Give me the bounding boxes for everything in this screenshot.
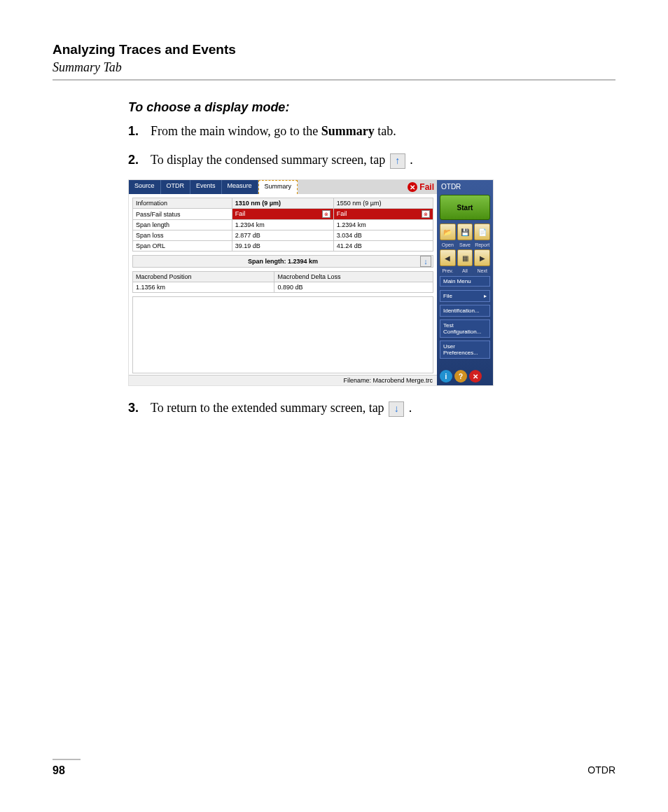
col-macro-pos: Macrobend Position xyxy=(133,272,274,282)
step-text: From the main window, go to the Summary … xyxy=(151,122,615,141)
prev-button[interactable]: ◀ xyxy=(440,249,456,266)
page-footer: 98 OTDR xyxy=(53,759,615,777)
step-3: 3. To return to the extended summary scr… xyxy=(128,399,615,418)
fail-x-icon: ✕ xyxy=(408,182,417,192)
col-macro-loss: Macrobend Delta Loss xyxy=(274,272,433,282)
prev-icon: ◀ xyxy=(445,254,450,262)
menu-identification[interactable]: Identification... xyxy=(440,305,490,317)
empty-area xyxy=(132,296,433,373)
all-button[interactable]: ▦ xyxy=(457,249,473,266)
page-number: 98 xyxy=(53,764,65,777)
tab-events[interactable]: Events xyxy=(190,180,222,194)
tab-summary[interactable]: Summary xyxy=(258,180,298,194)
open-button[interactable]: 📂 xyxy=(440,223,456,240)
instruction-heading: To choose a display mode: xyxy=(128,100,615,115)
prev-label: Prev. xyxy=(440,268,456,273)
col-1310: 1310 nm (9 µm) xyxy=(232,198,333,209)
report-icon: 📄 xyxy=(478,228,487,236)
col-1550: 1550 nm (9 µm) xyxy=(333,198,433,209)
all-icon: ▦ xyxy=(462,254,468,262)
report-button[interactable]: 📄 xyxy=(474,223,490,240)
next-button[interactable]: ▶ xyxy=(474,249,490,266)
help-button[interactable]: ? xyxy=(454,370,467,383)
menu-file[interactable]: File▸ xyxy=(440,290,490,302)
tab-bar: Source OTDR Events Measure Summary ✕ Fai… xyxy=(129,180,437,194)
filename-label: Filename: Macrobend Merge.trc xyxy=(129,375,437,385)
step-number: 3. xyxy=(128,399,151,418)
tab-source[interactable]: Source xyxy=(129,180,161,194)
save-label: Save xyxy=(457,242,473,247)
side-title: OTDR xyxy=(438,181,492,192)
disk-icon: 💾 xyxy=(461,228,469,236)
fail-badge: ✕ Fail xyxy=(408,182,434,192)
status-icon: ⊗ xyxy=(422,210,430,218)
next-icon: ▶ xyxy=(480,254,485,262)
next-label: Next xyxy=(474,268,490,273)
table-row: 1.1356 km 0.890 dB xyxy=(133,282,433,293)
start-button[interactable]: Start xyxy=(440,195,490,220)
expand-down-icon[interactable]: ↓ xyxy=(420,256,431,267)
footer-rule xyxy=(53,759,81,760)
close-button[interactable]: ✕ xyxy=(469,370,482,383)
app-screenshot: Source OTDR Events Measure Summary ✕ Fai… xyxy=(128,179,494,386)
chevron-right-icon: ▸ xyxy=(484,293,487,299)
header-rule xyxy=(53,79,615,81)
step-text: To return to the extended summary screen… xyxy=(151,399,615,418)
info-button[interactable]: i xyxy=(440,370,452,383)
side-panel: OTDR Start 📂 💾 📄 Open Save Report ◀ xyxy=(437,180,493,385)
expand-down-icon[interactable]: ↓ xyxy=(389,401,404,417)
table-row: Span ORL 39.19 dB 41.24 dB xyxy=(133,241,433,252)
folder-icon: 📂 xyxy=(443,228,452,236)
menu-user-prefs[interactable]: User Preferences... xyxy=(440,340,490,359)
chapter-title: Analyzing Traces and Events xyxy=(53,42,615,57)
section-subtitle: Summary Tab xyxy=(53,60,615,75)
span-length-bar: Span length: 1.2394 km ↓ xyxy=(132,255,433,268)
menu-test-config[interactable]: Test Configuration... xyxy=(440,319,490,338)
info-table: Information 1310 nm (9 µm) 1550 nm (9 µm… xyxy=(132,198,433,252)
doc-name: OTDR xyxy=(587,764,615,777)
table-row: Span loss 2.877 dB 3.034 dB xyxy=(133,230,433,241)
table-row: Span length 1.2394 km 1.2394 km xyxy=(133,220,433,230)
report-label: Report xyxy=(474,242,490,247)
all-label: All xyxy=(457,268,473,273)
step-number: 2. xyxy=(128,151,151,170)
step-1: 1. From the main window, go to the Summa… xyxy=(128,122,615,141)
main-menu-header: Main Menu xyxy=(440,276,490,287)
tab-measure[interactable]: Measure xyxy=(222,180,258,194)
macrobend-table: Macrobend Position Macrobend Delta Loss … xyxy=(132,271,433,293)
open-label: Open xyxy=(440,242,456,247)
tab-otdr[interactable]: OTDR xyxy=(161,180,191,194)
col-information: Information xyxy=(133,198,232,209)
step-number: 1. xyxy=(128,122,151,141)
step-text: To display the condensed summary screen,… xyxy=(151,151,615,170)
step-2: 2. To display the condensed summary scre… xyxy=(128,151,615,170)
status-icon: ⊗ xyxy=(322,210,330,218)
collapse-up-icon[interactable]: ↑ xyxy=(390,153,405,169)
table-row: Pass/Fail status Fail⊗ Fail⊗ xyxy=(133,209,433,220)
save-button[interactable]: 💾 xyxy=(457,223,473,240)
